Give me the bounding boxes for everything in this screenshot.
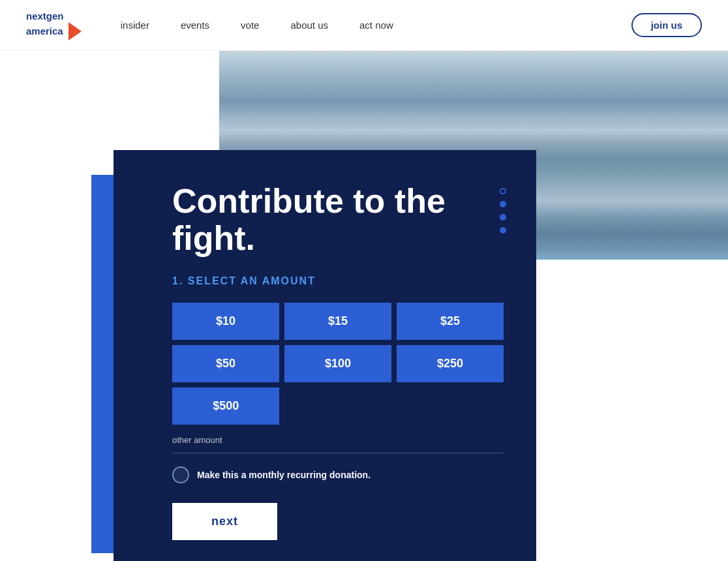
amount-btn-250[interactable]: $250	[397, 345, 504, 382]
amount-btn-500[interactable]: $500	[172, 387, 279, 425]
logo[interactable]: nextgen america	[26, 10, 82, 40]
nav-vote[interactable]: vote	[241, 20, 259, 31]
other-amount-label[interactable]: other amount	[172, 435, 504, 445]
join-us-button[interactable]: join us	[631, 13, 702, 37]
scroll-dot-1[interactable]	[500, 188, 506, 194]
amount-grid-row2: $50 $100 $250	[172, 345, 504, 382]
scroll-dot-3[interactable]	[500, 214, 506, 220]
scroll-dot-2[interactable]	[500, 201, 506, 207]
step-label: 1. SELECT AN AMOUNT	[172, 275, 504, 287]
amount-btn-50[interactable]: $50	[172, 345, 279, 382]
amount-grid-row3: $500	[172, 387, 504, 425]
amount-grid-row1: $10 $15 $25	[172, 303, 504, 340]
recurring-checkbox[interactable]	[172, 466, 189, 483]
scroll-dots	[500, 188, 506, 234]
logo-line1: nextgen	[26, 10, 64, 22]
recurring-label: Make this a monthly recurring donation.	[197, 470, 371, 480]
main-nav: insider events vote about us act now	[121, 20, 631, 31]
form-title: Contribute to the fight.	[172, 183, 504, 257]
recurring-row: Make this a monthly recurring donation.	[172, 466, 504, 483]
donation-form-panel: Contribute to the fight. 1. SELECT AN AM…	[114, 150, 536, 561]
nav-events[interactable]: events	[181, 20, 209, 31]
scroll-dot-4[interactable]	[500, 227, 506, 234]
amount-btn-100[interactable]: $100	[284, 345, 391, 382]
form-divider	[172, 453, 504, 453]
amount-btn-25[interactable]: $25	[397, 303, 504, 340]
site-header: nextgen america insider events vote abou…	[0, 0, 728, 51]
nav-about-us[interactable]: about us	[290, 20, 328, 31]
nav-act-now[interactable]: act now	[359, 20, 393, 31]
amount-btn-15[interactable]: $15	[284, 303, 391, 340]
nav-insider[interactable]: insider	[121, 20, 149, 31]
logo-arrow-icon	[68, 22, 82, 40]
main-content: Contribute to the fight. 1. SELECT AN AM…	[0, 51, 728, 561]
next-button[interactable]: next	[172, 503, 277, 540]
logo-line2: america	[26, 22, 82, 40]
amount-btn-10[interactable]: $10	[172, 303, 279, 340]
